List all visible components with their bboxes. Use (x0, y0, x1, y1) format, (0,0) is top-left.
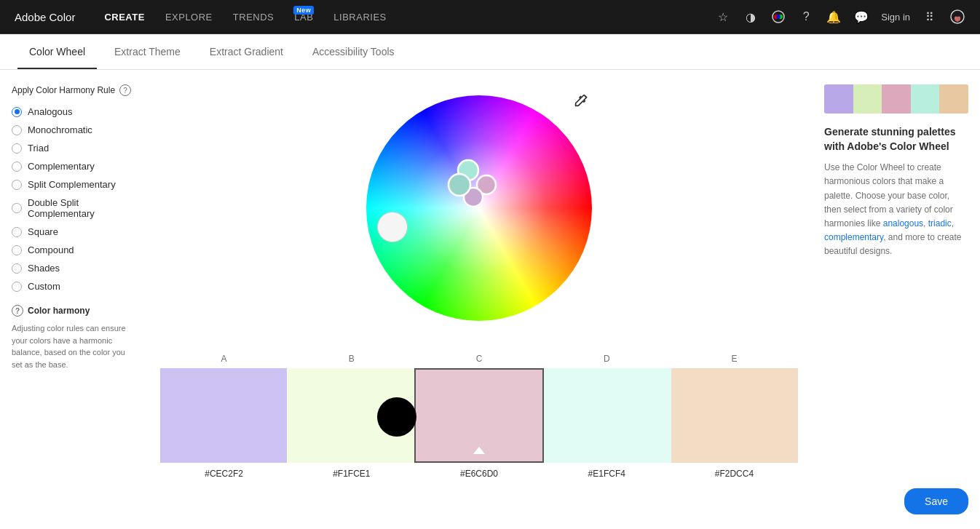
svg-point-11 (448, 174, 470, 196)
tab-extract-gradient[interactable]: Extract Gradient (198, 34, 295, 69)
radio-monochromatic[interactable]: Monochromatic (12, 124, 134, 135)
left-sidebar: Apply Color Harmony Rule ? Analogous Mon… (0, 70, 146, 529)
triadic-link[interactable]: triadic (928, 218, 952, 228)
radio-double-split-complementary[interactable]: Double Split Complementary (12, 197, 134, 219)
color-harmony-help-icon[interactable]: ? (12, 305, 23, 317)
hex-d: #E1FCF4 (543, 469, 671, 479)
palette-swatch-5 (939, 84, 968, 114)
body-layout: Apply Color Harmony Rule ? Analogous Mon… (0, 70, 980, 529)
swatch-label-a: A (160, 354, 288, 364)
hex-a: #CEC2F2 (160, 469, 288, 479)
help-icon[interactable]: ? (798, 9, 814, 25)
swatch-c[interactable] (414, 368, 544, 463)
brightness-selector[interactable] (377, 212, 408, 242)
harmony-help-icon[interactable]: ? (119, 84, 131, 96)
radio-analogous[interactable]: Analogous (12, 106, 134, 117)
nav-link-explore[interactable]: EXPLORE (165, 12, 213, 23)
swatches-section: A B C D E #CEC2F2 #F1FCE1 (146, 354, 813, 485)
notifications-icon[interactable]: 🔔 (826, 9, 842, 25)
hex-e: #F2DCC4 (671, 469, 798, 479)
radio-circle-compound (12, 245, 22, 255)
black-color-dot[interactable] (377, 397, 416, 437)
hex-labels: #CEC2F2 #F1FCE1 #E6C6D0 #E1FCF4 #F2DCC4 (160, 463, 798, 485)
radio-circle-analogous (12, 107, 22, 117)
harmony-rule-label: Apply Color Harmony Rule ? (12, 84, 134, 96)
radio-circle-monochromatic (12, 125, 22, 135)
nav-link-libraries[interactable]: LIBRARIES (333, 12, 386, 23)
radio-circle-double-split (12, 203, 22, 213)
nav-link-create[interactable]: CREATE (104, 12, 144, 23)
radio-split-complementary[interactable]: Split Complementary (12, 179, 134, 190)
sub-nav: Color Wheel Extract Theme Extract Gradie… (0, 34, 980, 70)
save-button[interactable]: Save (904, 488, 968, 514)
radio-shades[interactable]: Shades (12, 263, 134, 274)
svg-point-6 (366, 95, 592, 321)
swatch-label-e: E (671, 354, 798, 364)
palette-swatch-2 (853, 84, 882, 114)
tab-extract-theme[interactable]: Extract Theme (103, 34, 192, 69)
top-nav: Adobe Color CREATE EXPLORE TRENDS New LA… (0, 0, 980, 34)
swatch-label-b: B (288, 354, 415, 364)
radio-circle-complementary (12, 162, 22, 172)
theme-icon[interactable]: ◑ (743, 9, 759, 25)
radio-circle-shades (12, 263, 22, 274)
panel-title: Generate stunning palettes with Adobe's … (824, 125, 968, 154)
nav-link-trends[interactable]: TRENDS (233, 12, 274, 23)
palette-preview (824, 84, 968, 114)
palette-swatch-3 (882, 84, 911, 114)
account-icon[interactable] (949, 9, 965, 25)
complementary-link[interactable]: complementary (824, 232, 883, 242)
radio-circle-custom (12, 282, 22, 292)
radio-complementary[interactable]: Complementary (12, 161, 134, 172)
radio-square[interactable]: Square (12, 226, 134, 237)
swatch-a[interactable] (160, 368, 287, 463)
app-logo: Adobe Color (15, 11, 75, 23)
color-settings-icon[interactable] (770, 9, 786, 25)
radio-circle-square (12, 227, 22, 237)
right-panel: Generate stunning palettes with Adobe's … (813, 70, 980, 529)
swatch-e[interactable] (671, 368, 798, 463)
tab-color-wheel[interactable]: Color Wheel (17, 34, 97, 69)
radio-circle-triad (12, 143, 22, 154)
main-container: Color Wheel Extract Theme Extract Gradie… (0, 34, 980, 529)
hex-b: #F1FCE1 (288, 469, 415, 479)
nav-link-lab[interactable]: New LAB (294, 12, 313, 23)
analogous-link[interactable]: analogous (883, 218, 923, 228)
hex-c: #E6C6D0 (415, 469, 542, 479)
nav-icons: ☆ ◑ ? 🔔 💬 Sign in ⠿ (715, 9, 965, 25)
palette-swatch-1 (824, 84, 853, 114)
new-badge: New (293, 6, 314, 15)
swatch-label-c: C (415, 354, 542, 364)
swatches-row (160, 368, 798, 463)
tab-accessibility-tools[interactable]: Accessibility Tools (301, 34, 406, 69)
color-harmony-note: ? Color harmony Adjusting color rules ca… (12, 305, 134, 370)
palette-swatch-4 (911, 84, 940, 114)
radio-compound[interactable]: Compound (12, 244, 134, 255)
harmony-radio-list: Analogous Monochromatic Triad Complement… (12, 106, 134, 292)
wheel-area (333, 84, 625, 332)
nav-links: CREATE EXPLORE TRENDS New LAB LIBRARIES (104, 12, 715, 23)
color-harmony-desc: Adjusting color rules can ensure your co… (12, 322, 134, 370)
color-wheel-svg[interactable] (355, 84, 603, 332)
panel-desc: Use the Color Wheel to create harmonious… (824, 161, 968, 258)
radio-circle-split-complementary (12, 180, 22, 190)
apps-icon[interactable]: ⠿ (922, 9, 938, 25)
color-harmony-title: ? Color harmony (12, 305, 134, 317)
radio-custom[interactable]: Custom (12, 281, 134, 292)
messages-icon[interactable]: 💬 (853, 9, 869, 25)
svg-point-3 (776, 15, 781, 19)
swatch-labels: A B C D E (160, 354, 798, 368)
eyedropper-button[interactable] (572, 93, 588, 113)
radio-triad[interactable]: Triad (12, 143, 134, 154)
sign-in-button[interactable]: Sign in (881, 12, 910, 23)
favorites-icon[interactable]: ☆ (715, 9, 731, 25)
swatch-d[interactable] (544, 368, 671, 463)
center-area: A B C D E #CEC2F2 #F1FCE1 (146, 70, 813, 529)
swatch-label-d: D (543, 354, 671, 364)
